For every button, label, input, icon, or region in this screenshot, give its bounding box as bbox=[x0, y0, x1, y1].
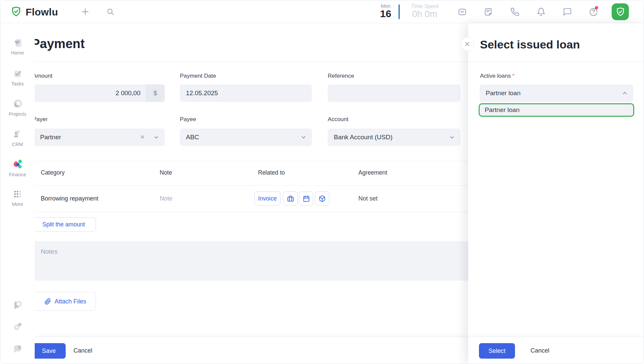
briefcase-icon[interactable] bbox=[283, 191, 298, 206]
time-spent-value: 0h 0m bbox=[406, 9, 443, 19]
sidebar-item-crm[interactable]: CRM bbox=[0, 128, 35, 147]
clear-payer-icon[interactable] bbox=[140, 134, 145, 141]
mail-icon[interactable] bbox=[455, 0, 469, 23]
sidebar-item-label: Home bbox=[0, 50, 35, 56]
active-loans-label: Active loans* bbox=[480, 72, 514, 80]
currency-selector[interactable]: $ bbox=[146, 84, 165, 102]
date-number: 16 bbox=[377, 9, 394, 19]
column-header-agreement: Agreement bbox=[358, 169, 387, 177]
attach-files-button[interactable]: Attach Files bbox=[35, 292, 96, 311]
calendar-icon[interactable] bbox=[299, 191, 313, 206]
bell-icon[interactable] bbox=[534, 0, 548, 23]
chevron-down-icon[interactable] bbox=[449, 134, 455, 142]
sidebar-item-more[interactable]: More bbox=[0, 188, 35, 207]
crm-icon bbox=[0, 128, 35, 140]
page-title: Payment bbox=[35, 37, 85, 51]
category-cell[interactable]: Borrowing repayment bbox=[41, 195, 98, 202]
add-button[interactable] bbox=[78, 0, 92, 23]
sidebar-item-label: More bbox=[0, 202, 35, 207]
sidebar-item-projects[interactable]: Projects bbox=[0, 98, 35, 117]
loan-option-label: Partner loan bbox=[480, 106, 520, 114]
reference-label: Reference bbox=[328, 72, 354, 80]
sidebar-item-label: CRM bbox=[0, 142, 35, 147]
chevron-up-icon[interactable] bbox=[622, 90, 628, 98]
agreement-cell[interactable]: Not set bbox=[358, 195, 378, 202]
close-icon[interactable] bbox=[460, 37, 474, 51]
settings-icon[interactable] bbox=[0, 320, 35, 333]
chat-icon[interactable] bbox=[560, 0, 574, 23]
user-avatar[interactable] bbox=[612, 3, 629, 20]
amount-input[interactable]: 2 000,00 $ bbox=[35, 84, 165, 102]
loan-option-partner-loan[interactable]: Partner loan bbox=[479, 103, 634, 117]
date-divider bbox=[398, 4, 400, 19]
partner-program-icon[interactable] bbox=[0, 298, 35, 311]
flowlu-logo[interactable]: Flowlu bbox=[10, 6, 58, 19]
loan-cancel-button[interactable]: Cancel bbox=[530, 347, 549, 354]
payment-date-label: Payment Date bbox=[180, 72, 216, 80]
chevron-down-icon[interactable] bbox=[300, 134, 307, 142]
column-header-category: Category bbox=[41, 169, 65, 177]
brand-name: Flowlu bbox=[26, 6, 58, 18]
reference-input[interactable] bbox=[328, 84, 460, 102]
account-value: Bank Account (USD) bbox=[328, 134, 392, 141]
select-issued-loan-panel: Select issued loan Active loans* Partner… bbox=[468, 23, 644, 364]
select-button[interactable]: Select bbox=[479, 343, 515, 359]
finance-icon bbox=[0, 158, 35, 171]
column-header-note: Note bbox=[160, 169, 172, 177]
payer-value: Partner bbox=[40, 134, 61, 141]
app-window: Flowlu Mon 16 Time Spent 0h 0m bbox=[0, 0, 644, 364]
search-icon[interactable] bbox=[104, 0, 117, 23]
sidebar-item-label: Tasks bbox=[0, 81, 35, 86]
amount-label: Amount bbox=[35, 72, 53, 80]
payer-label: Payer bbox=[35, 116, 47, 123]
paperclip-icon bbox=[44, 298, 51, 305]
calendar-date-widget[interactable]: Mon 16 bbox=[377, 0, 394, 23]
feedback-icon[interactable] bbox=[0, 342, 35, 355]
sidebar-item-finance[interactable]: Finance bbox=[0, 158, 35, 177]
notes-textarea[interactable]: Notes bbox=[35, 241, 469, 281]
chevron-down-icon[interactable] bbox=[153, 134, 159, 142]
attach-files-label: Attach Files bbox=[55, 298, 86, 305]
payment-date-value: 12.05.2025 bbox=[180, 89, 218, 97]
sidebar-item-label: Projects bbox=[0, 111, 35, 117]
required-asterisk: * bbox=[512, 73, 515, 79]
phone-icon[interactable] bbox=[508, 0, 521, 23]
tasks-icon bbox=[0, 68, 35, 80]
active-loans-select[interactable]: Partner loan bbox=[480, 84, 633, 102]
panel-header-divider bbox=[468, 61, 644, 62]
payee-select[interactable]: ABC bbox=[180, 129, 312, 146]
payer-select[interactable]: Partner bbox=[35, 129, 165, 146]
amount-value: 2 000,00 bbox=[116, 89, 140, 97]
payee-label: Payee bbox=[180, 116, 196, 123]
main-sidebar: Home Tasks Projects CRM Finance bbox=[0, 23, 35, 364]
sidebar-item-home[interactable]: Home bbox=[0, 37, 35, 56]
home-icon bbox=[0, 37, 35, 49]
time-spent-label: Time Spent bbox=[406, 3, 443, 9]
more-grid-icon bbox=[0, 188, 35, 200]
column-header-related: Related to bbox=[258, 169, 285, 177]
account-label: Account bbox=[328, 116, 348, 123]
payment-date-input[interactable]: 12.05.2025 bbox=[180, 84, 312, 102]
help-alert-dot bbox=[595, 6, 598, 9]
box-icon[interactable] bbox=[315, 191, 329, 206]
help-icon[interactable] bbox=[587, 0, 600, 23]
active-loans-value: Partner loan bbox=[480, 89, 521, 97]
time-spent-widget[interactable]: Time Spent 0h 0m bbox=[406, 0, 443, 19]
save-button[interactable]: Save bbox=[35, 343, 66, 359]
top-bar: Flowlu Mon 16 Time Spent 0h 0m bbox=[0, 0, 644, 23]
flowlu-shield-icon bbox=[10, 6, 22, 19]
sidebar-item-tasks[interactable]: Tasks bbox=[0, 68, 35, 86]
projects-icon bbox=[0, 98, 35, 110]
invoice-button[interactable]: Invoice bbox=[254, 191, 281, 206]
cancel-button[interactable]: Cancel bbox=[73, 347, 92, 354]
note-cell[interactable]: Note bbox=[160, 195, 172, 202]
loan-panel-footer: Select Cancel bbox=[468, 337, 644, 364]
split-amount-button[interactable]: Split the amount bbox=[35, 217, 96, 231]
panel-title: Select issued loan bbox=[480, 38, 580, 51]
payee-value: ABC bbox=[180, 134, 199, 141]
company-building-icon bbox=[35, 134, 35, 142]
sidebar-item-label: Finance bbox=[0, 172, 35, 177]
notes-placeholder: Notes bbox=[41, 248, 58, 255]
note-icon[interactable] bbox=[481, 0, 495, 23]
account-select[interactable]: Bank Account (USD) bbox=[328, 129, 460, 146]
